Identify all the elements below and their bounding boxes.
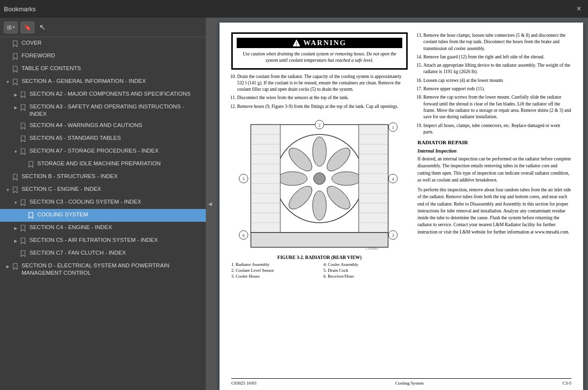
sidebar-item-section-c7[interactable]: SECTION C7 - FAN CLUTCH - INDEX (0, 247, 206, 260)
svg-rect-25 (359, 125, 388, 233)
bookmark-icon (20, 224, 26, 232)
expand-arrow-icon[interactable]: ▶ (4, 263, 12, 271)
sidebar-item-label: COVER (22, 39, 202, 47)
expand-arrow-icon[interactable]: ▶ (12, 237, 20, 245)
svg-text:4: 4 (392, 177, 394, 182)
sidebar-item-section-c5[interactable]: ▶SECTION C5 - AIR FILTRATION SYSTEM - IN… (0, 234, 206, 247)
figure-legend-item: 3. Cooler Hoses (231, 274, 316, 279)
list-item: Remove fan guard (12) from the right and… (423, 54, 571, 60)
sidebar-item-section-c4[interactable]: ▶SECTION C4 - ENGINE - INDEX (0, 222, 206, 234)
sidebar-toolbar: ⊞ ▾ 🔖 ↖ (0, 18, 206, 37)
no-expand (20, 161, 27, 169)
sidebar-item-cover[interactable]: COVER (0, 37, 206, 50)
sidebar-item-storage-idle[interactable]: STORAGE AND IDLE MACHINE PREPARATION (0, 158, 206, 171)
list-item: Loosen cap screws (4) at the lower mount… (423, 78, 571, 84)
sidebar-item-foreword[interactable]: FOREWORD (0, 50, 206, 63)
bookmark-icon (12, 173, 19, 181)
no-expand (12, 250, 20, 258)
expand-arrow-icon[interactable]: ▼ (12, 148, 20, 156)
grid-icon: ⊞ (7, 24, 12, 31)
expand-arrow-icon[interactable]: ▼ (4, 186, 12, 194)
warning-header: ! WARNING (237, 38, 402, 48)
warning-triangle-icon: ! (293, 39, 300, 47)
expand-arrow-icon[interactable]: ▶ (12, 104, 20, 112)
close-button[interactable]: × (574, 3, 584, 14)
bookmark-icon (20, 199, 26, 207)
dropdown-arrow-icon: ▾ (13, 25, 15, 29)
expand-arrow-icon[interactable]: ▼ (12, 199, 20, 207)
no-expand (20, 212, 27, 220)
warning-box: ! WARNING Use caution when draining the … (231, 32, 408, 70)
list-item: Remove the hose clamps, loosen tube conn… (423, 32, 571, 52)
bookmark-icon (20, 148, 26, 156)
sidebar-item-label: SECTION B - STRUCTURES - INDEX (22, 173, 202, 180)
sidebar-item-label: SECTION A2 - MAJOR COMPONENTS AND SPECIF… (29, 90, 202, 98)
svg-point-5 (313, 137, 326, 166)
sidebar-item-toc[interactable]: TABLE OF CONTENTS (0, 63, 206, 76)
sidebar-item-label: SECTION A7 - STORAGE PROCEDURES - INDEX (29, 147, 202, 155)
expand-arrow-icon[interactable]: ▶ (12, 91, 20, 99)
no-expand (4, 40, 12, 48)
sidebar-item-section-d[interactable]: ▶SECTION D - ELECTRICAL SYSTEM AND POWER… (0, 260, 206, 279)
bookmark-icon (12, 262, 19, 270)
collapse-panel[interactable] (206, 18, 215, 390)
pdf-page: ! WARNING Use caution when draining the … (220, 23, 583, 390)
bookmark-icon (27, 211, 34, 219)
sidebar-item-section-a3[interactable]: ▶SECTION A3 - SAFETY AND OPERATING INSTR… (0, 101, 206, 120)
sidebar-item-section-a4[interactable]: SECTION A4 - WARNINGS AND CAUTIONS (0, 120, 206, 132)
sidebar-item-cooling-system[interactable]: COOLING SYSTEM (0, 209, 206, 222)
svg-text:2: 2 (318, 123, 321, 128)
sidebar-item-label: SECTION A5 - STANDARD TABLES (29, 134, 202, 142)
sidebar-item-section-a2[interactable]: ▶SECTION A2 - MAJOR COMPONENTS AND SPECI… (0, 88, 206, 101)
list-item: Remove upper support rods (11). (423, 86, 571, 92)
sidebar-item-section-c3[interactable]: ▼SECTION C3 - COOLING SYSTEM - INDEX (0, 196, 206, 209)
left-numbered-list: Drain the coolant from the radiator. The… (237, 74, 408, 110)
svg-text:5: 5 (243, 177, 245, 182)
body-text-2: To perform this inspection, remove about… (417, 186, 571, 235)
svg-point-11 (278, 172, 307, 185)
svg-rect-14 (251, 125, 280, 233)
expand-icon-button[interactable]: ⊞ ▾ (4, 22, 18, 33)
bookmark-icon (12, 65, 19, 73)
section-heading: RADIATOR REPAIR (417, 139, 571, 145)
right-numbered-list: Remove the hose clamps, loosen tube conn… (423, 32, 571, 135)
list-item: Remove hoses (9, Figure 3-9) from the fi… (237, 104, 408, 110)
footer-code: C03025 10/03 (231, 381, 256, 386)
bookmark-icon (12, 78, 19, 86)
sidebar-item-label: SECTION A4 - WARNINGS AND CAUTIONS (29, 122, 202, 129)
expand-arrow-icon[interactable]: ▶ (12, 225, 20, 233)
bookmark-icon (20, 104, 26, 111)
no-expand (12, 135, 20, 143)
bookmarks-title: Bookmarks (4, 5, 36, 13)
svg-point-9 (313, 191, 326, 220)
sidebar-item-label: SECTION A - GENERAL INFORMATION - INDEX (22, 78, 202, 85)
figure-legend-item: 5. Drain Cock (323, 268, 408, 273)
figure-legend-item: 6. Receiver/Drier (323, 274, 408, 279)
bookmark-add-button[interactable]: 🔖 (21, 22, 34, 33)
svg-text:C03061: C03061 (366, 246, 378, 251)
list-item: Attach an appropriate lifting device to … (423, 62, 571, 76)
sidebar-tree: COVERFOREWORDTABLE OF CONTENTS▼SECTION A… (0, 37, 206, 390)
no-expand (4, 174, 12, 182)
radiator-diagram: 2 1 3 6 5 4 C03061 (236, 115, 403, 252)
sidebar-item-section-b[interactable]: SECTION B - STRUCTURES - INDEX (0, 171, 206, 183)
figure-caption: FIGURE 3-2. RADIATOR (REAR VIEW) (231, 255, 408, 260)
sidebar-item-section-a[interactable]: ▼SECTION A - GENERAL INFORMATION - INDEX (0, 76, 206, 88)
bookmark-icon (20, 135, 26, 143)
sidebar-item-section-c[interactable]: ▼SECTION C - ENGINE - INDEX (0, 183, 206, 196)
subsection-heading: Internal Inspection (417, 148, 571, 154)
sidebar-item-section-a7[interactable]: ▼SECTION A7 - STORAGE PROCEDURES - INDEX (0, 145, 206, 158)
cursor-icon: ↖ (39, 23, 46, 32)
sidebar-item-label: SECTION A3 - SAFETY AND OPERATING INSTRU… (29, 103, 202, 118)
svg-point-13 (314, 173, 325, 184)
sidebar-item-label: STORAGE AND IDLE MACHINE PREPARATION (37, 160, 202, 167)
body-text-1: If desired, an internal inspection can b… (417, 156, 571, 183)
svg-rect-36 (251, 233, 388, 247)
bookmark-icon (20, 91, 26, 99)
expand-arrow-icon[interactable]: ▼ (4, 78, 12, 86)
warning-text-header: WARNING (303, 39, 346, 47)
figure-legend: 1. Radiator Assembly4. Cooler Assembly2.… (231, 262, 408, 279)
sidebar-item-label: SECTION D - ELECTRICAL SYSTEM AND POWERT… (22, 262, 202, 277)
sidebar-item-label: SECTION C5 - AIR FILTRATION SYSTEM - IND… (29, 236, 202, 244)
sidebar-item-section-a5[interactable]: SECTION A5 - STANDARD TABLES (0, 132, 206, 145)
